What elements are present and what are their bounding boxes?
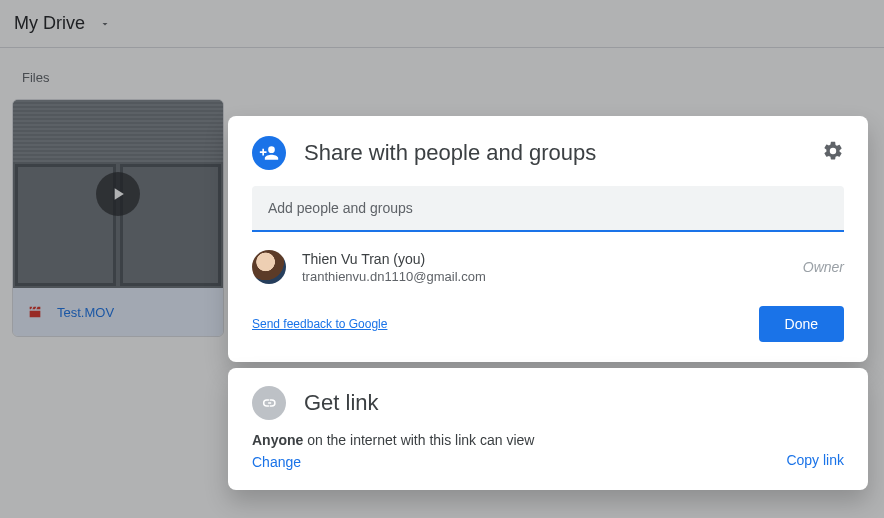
gear-icon[interactable] [822, 140, 844, 166]
link-anyone-label: Anyone [252, 432, 303, 448]
get-link-title: Get link [304, 390, 844, 416]
share-dialog: Share with people and groups Thien Vu Tr… [228, 116, 868, 362]
get-link-card: Get link Anyone on the internet with thi… [228, 368, 868, 490]
link-description-tail: on the internet with this link can view [303, 432, 534, 448]
avatar [252, 250, 286, 284]
user-role: Owner [803, 259, 844, 275]
feedback-link[interactable]: Send feedback to Google [252, 317, 387, 331]
share-dialog-title: Share with people and groups [304, 140, 804, 166]
link-icon [252, 386, 286, 420]
link-description: Anyone on the internet with this link ca… [252, 432, 534, 448]
done-button[interactable]: Done [759, 306, 844, 342]
user-row: Thien Vu Tran (you) tranthienvu.dn1110@g… [252, 250, 844, 284]
change-link[interactable]: Change [252, 454, 534, 470]
people-plus-icon [252, 136, 286, 170]
user-name: Thien Vu Tran (you) [302, 251, 486, 267]
add-people-input[interactable] [252, 186, 844, 232]
copy-link-button[interactable]: Copy link [786, 452, 844, 470]
user-email: tranthienvu.dn1110@gmail.com [302, 269, 486, 284]
